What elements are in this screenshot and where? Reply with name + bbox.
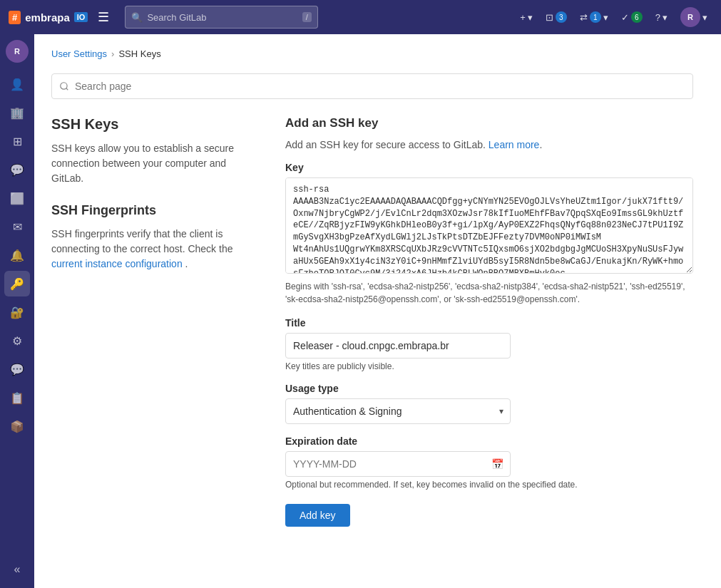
person-icon: 👤 <box>10 78 24 91</box>
chevron-down-icon-mr: ▾ <box>603 12 608 23</box>
issues-icon: ⊡ <box>546 12 553 23</box>
sidebar-item-ssh-keys[interactable]: 🔑 <box>4 271 30 296</box>
logo-hash: # <box>9 11 21 24</box>
issues-button[interactable]: ⊡ 3 <box>541 9 572 26</box>
mr-badge: 1 <box>590 11 601 23</box>
fingerprints-suffix: . <box>185 258 188 269</box>
key-icon: 🔑 <box>10 277 24 291</box>
expiration-hint: Optional but recommended. If set, key be… <box>285 480 693 490</box>
mr-icon: ⇄ <box>580 12 588 23</box>
sidebar-item-snippets[interactable]: ⬜ <box>4 185 30 211</box>
search-page-input[interactable] <box>51 73 693 99</box>
help-button[interactable]: ? ▾ <box>650 9 673 26</box>
current-instance-link[interactable]: current instance configuration <box>51 258 183 269</box>
left-column: SSH Keys SSH keys allow you to establish… <box>51 116 251 527</box>
fingerprints-text: SSH fingerprints verify that the client … <box>51 228 232 254</box>
global-search[interactable]: 🔍 Search GitLab / <box>125 6 317 29</box>
plus-icon: + <box>520 12 526 23</box>
key-field-group: Key ssh-rsa AAAAB3NzaC1yc2EAAAADAQABAAAC… <box>285 162 693 306</box>
search-icon: 🔍 <box>131 12 143 23</box>
breadcrumb-separator: › <box>111 48 114 59</box>
key-label: Key <box>285 162 693 173</box>
groups-icon: 🏢 <box>10 106 24 120</box>
right-column: Add an SSH key Add an SSH key for secure… <box>285 116 693 527</box>
chevron-down-icon-user: ▾ <box>702 12 707 23</box>
sidebar-item-projects[interactable]: ⊞ <box>4 128 30 154</box>
lock-icon: 🔐 <box>10 306 24 319</box>
key-textarea[interactable]: ssh-rsa AAAAB3NzaC1yc2EAAAADAQABAAACQDfg… <box>285 177 693 274</box>
ssh-fingerprints-heading: SSH Fingerprints <box>51 203 251 218</box>
expiration-label: Expiration date <box>285 435 693 447</box>
sidebar-avatar[interactable]: R <box>6 40 29 63</box>
learn-more-link[interactable]: Learn more <box>489 139 540 150</box>
user-menu-button[interactable]: R ▾ <box>675 4 712 30</box>
search-shortcut: / <box>302 12 312 22</box>
chat-icon: 💬 <box>10 163 24 177</box>
usage-type-select[interactable]: Authentication & Signing Authentication … <box>285 398 511 424</box>
search-placeholder: Search GitLab <box>147 12 206 23</box>
date-input-wrapper: 📅 <box>285 451 511 477</box>
sidebar-item-notifications[interactable]: 🔔 <box>4 242 30 268</box>
sidebar-collapse-button[interactable]: « <box>4 557 30 582</box>
avatar: R <box>680 7 700 27</box>
message-icon: 💬 <box>10 363 24 376</box>
breadcrumb: User Settings › SSH Keys <box>51 48 704 59</box>
snippets-icon: ⬜ <box>10 192 24 205</box>
help-icon: ? <box>655 12 660 23</box>
ssh-keys-heading: SSH Keys <box>51 116 251 133</box>
form-description: Add an SSH key for secure access to GitL… <box>285 139 693 150</box>
navbar-actions: + ▾ ⊡ 3 ⇄ 1 ▾ ✓ 6 ? ▾ R ▾ <box>515 4 712 30</box>
expiration-field-group: Expiration date 📅 Optional but recommend… <box>285 435 693 490</box>
usage-type-field-group: Usage type Authentication & Signing Auth… <box>285 383 693 424</box>
title-label: Title <box>285 317 693 329</box>
breadcrumb-parent-link[interactable]: User Settings <box>51 48 107 59</box>
sidebar-item-mail[interactable]: ✉ <box>4 214 30 239</box>
gear-icon: ⚙ <box>12 334 22 348</box>
title-hint: Key titles are publicly visible. <box>285 361 693 371</box>
sidebar-item-clipboard[interactable]: 📋 <box>4 385 30 411</box>
key-hint: Begins with 'ssh-rsa', 'ecdsa-sha2-nistp… <box>285 280 693 306</box>
chevron-down-icon-help: ▾ <box>663 12 668 23</box>
sidebar-item-packages[interactable]: 📦 <box>4 413 30 439</box>
navbar: # embrapa IO ☰ 🔍 Search GitLab / + ▾ ⊡ 3… <box>0 0 721 34</box>
main-content: User Settings › SSH Keys SSH Keys SSH ke… <box>34 34 721 588</box>
sidebar-item-groups[interactable]: 🏢 <box>4 100 30 125</box>
clipboard-icon: 📋 <box>10 391 24 405</box>
todo-button[interactable]: ✓ 6 <box>616 9 648 26</box>
sidebar: R 👤 🏢 ⊞ 💬 ⬜ ✉ 🔔 🔑 🔐 ⚙ � <box>0 34 34 588</box>
logo-name: embrapa <box>25 11 70 24</box>
logo[interactable]: # embrapa IO <box>9 11 88 24</box>
sidebar-item-settings[interactable]: ⚙ <box>4 328 30 354</box>
sidebar-item-profile[interactable]: 👤 <box>4 71 30 97</box>
title-input[interactable] <box>285 333 511 359</box>
sidebar-item-messages2[interactable]: 💬 <box>4 356 30 382</box>
form-desc-text: Add an SSH key for secure access to GitL… <box>285 139 486 150</box>
merge-requests-button[interactable]: ⇄ 1 ▾ <box>575 9 613 26</box>
grid-icon: ⊞ <box>13 135 22 148</box>
usage-type-select-wrapper: Authentication & Signing Authentication … <box>285 398 511 424</box>
sidebar-item-tokens[interactable]: 🔐 <box>4 299 30 325</box>
issues-badge: 3 <box>556 11 567 23</box>
title-field-group: Title Key titles are publicly visible. <box>285 317 693 371</box>
app-layout: R 👤 🏢 ⊞ 💬 ⬜ ✉ 🔔 🔑 🔐 ⚙ � <box>0 34 721 588</box>
date-input[interactable] <box>285 451 511 477</box>
package-icon: 📦 <box>10 420 24 433</box>
fingerprints-description: SSH fingerprints verify that the client … <box>51 227 251 272</box>
breadcrumb-current: SSH Keys <box>118 48 160 59</box>
menu-button[interactable]: ☰ <box>93 6 113 28</box>
bell-icon: 🔔 <box>10 249 24 262</box>
create-button[interactable]: + ▾ <box>515 9 538 26</box>
collapse-icon: « <box>14 563 21 576</box>
form-title: Add an SSH key <box>285 116 693 130</box>
sidebar-item-messages[interactable]: 💬 <box>4 157 30 182</box>
ssh-keys-description: SSH keys allow you to establish a secure… <box>51 141 251 186</box>
logo-suffix: IO <box>74 12 88 22</box>
todo-badge: 6 <box>631 11 643 23</box>
todo-icon: ✓ <box>621 12 629 23</box>
chevron-down-icon: ▾ <box>528 12 533 23</box>
usage-type-label: Usage type <box>285 383 693 394</box>
mail-icon: ✉ <box>13 220 22 234</box>
menu-icon: ☰ <box>98 10 109 24</box>
add-key-button[interactable]: Add key <box>285 504 350 527</box>
content-columns: SSH Keys SSH keys allow you to establish… <box>51 116 693 527</box>
